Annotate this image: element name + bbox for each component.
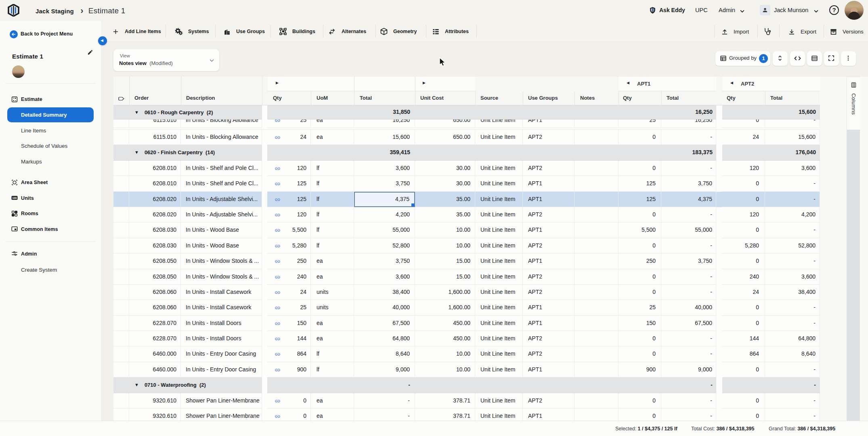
svg-text:100: 100 xyxy=(12,197,17,199)
